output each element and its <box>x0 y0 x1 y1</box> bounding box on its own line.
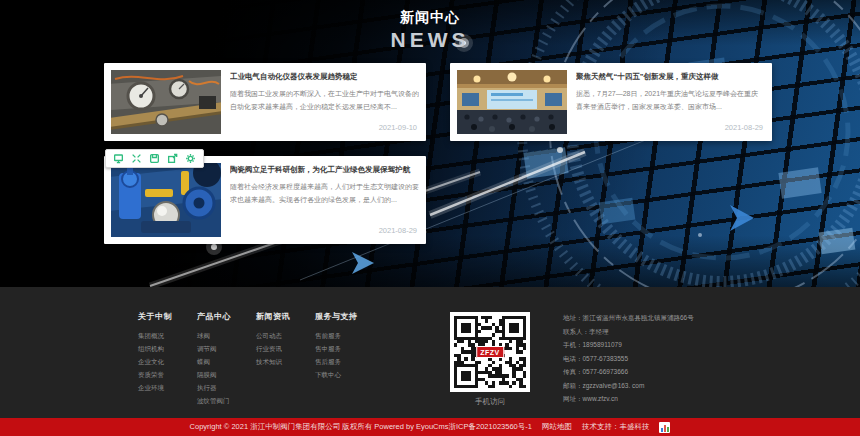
footer-column-heading: 关于中制 <box>138 311 197 322</box>
footer-column-heading: 产品中心 <box>197 311 256 322</box>
footer-column-heading: 新闻资讯 <box>256 311 315 322</box>
gas-forum-conference-photo <box>457 70 567 134</box>
save-icon[interactable] <box>149 153 160 164</box>
footer-column-service: 服务与支持 售前服务 售中服务 售后服务 下载中心 <box>315 311 374 407</box>
footer-column-heading: 服务与支持 <box>315 311 374 322</box>
news-date: 2021-09-10 <box>379 123 417 132</box>
copyright-bar: Copyright © 2021 浙江中制阀门集团有限公司 版权所有 Power… <box>0 418 860 436</box>
footer-nav: 关于中制 集团概况 组织机构 企业文化 资质荣誉 企业环境 产品中心 球阀 调节… <box>138 311 374 407</box>
footer-link[interactable]: 售中服务 <box>315 342 374 355</box>
footer-link[interactable]: 执行器 <box>197 381 256 394</box>
qr-logo: ZFZV <box>476 346 504 358</box>
news-excerpt: 据悉，7月27—28日，2021年重庆油气论坛夏季峰会在重庆喜来登酒店举行，国家… <box>576 87 765 113</box>
footer-link[interactable]: 调节阀 <box>197 342 256 355</box>
contact-line: 邮箱：zgzzvalve@163. com <box>563 379 694 393</box>
footer-link[interactable]: 波纹管阀门 <box>197 394 256 407</box>
news-date: 2021-08-29 <box>725 123 763 132</box>
news-thumbnail[interactable] <box>111 70 221 134</box>
news-thumbnail[interactable] <box>457 70 567 134</box>
contact-line: 传真：0577-66973666 <box>563 365 694 379</box>
news-page: 新闻中心 NEWS <box>0 0 860 436</box>
section-title-cn: 新闻中心 <box>0 9 860 27</box>
news-card[interactable]: 陶瓷阀立足于科研创新，为化工产业绿色发展保驾护航 随着社会经济发展程度越来越高，… <box>104 156 426 244</box>
footer: 关于中制 集团概况 组织机构 企业文化 资质荣誉 企业环境 产品中心 球阀 调节… <box>0 287 860 418</box>
footer-link[interactable]: 集团概况 <box>138 329 197 342</box>
news-excerpt: 随着社会经济发展程度越来越高，人们对于生态文明建设的要求也越来越高。实现各行各业… <box>230 180 419 206</box>
news-card-body: 陶瓷阀立足于科研创新，为化工产业绿色发展保驾护航 随着社会经济发展程度越来越高，… <box>230 163 419 237</box>
qr-code: ZFZV <box>450 312 530 392</box>
news-card[interactable]: 工业电气自动化仪器仪表发展趋势稳定 随着我国工业发展的不断深入，在工业生产中对于… <box>104 63 426 141</box>
contact-line: 网址：www.zfzv.cn <box>563 392 694 406</box>
news-card-body: 聚焦天然气“十四五”创新发展，重庆这样做 据悉，7月27—28日，2021年重庆… <box>576 70 765 134</box>
site-stats-icon[interactable] <box>659 422 670 433</box>
footer-link[interactable]: 资质荣誉 <box>138 368 197 381</box>
tech-support-text: 技术支持：丰盛科技 <box>582 422 650 432</box>
footer-link[interactable]: 售前服务 <box>315 329 374 342</box>
footer-link[interactable]: 球阀 <box>197 329 256 342</box>
image-toolbar[interactable] <box>105 149 204 168</box>
news-thumbnail[interactable] <box>111 163 221 237</box>
footer-link[interactable]: 企业环境 <box>138 381 197 394</box>
contact-line: 联系人：李经理 <box>563 325 694 339</box>
news-date: 2021-08-29 <box>379 226 417 235</box>
footer-link[interactable]: 企业文化 <box>138 355 197 368</box>
footer-column-news: 新闻资讯 公司动态 行业资讯 技术知识 <box>256 311 315 407</box>
contact-line: 地址：浙江省温州市永嘉县瓯北镇展浦路66号 <box>563 311 694 325</box>
footer-column-products: 产品中心 球阀 调节阀 蝶阀 隔膜阀 执行器 波纹管阀门 <box>197 311 256 407</box>
qr-label: 手机访问 <box>450 397 530 407</box>
news-title[interactable]: 陶瓷阀立足于科研创新，为化工产业绿色发展保驾护航 <box>230 165 419 175</box>
blue-ceramic-valves-photo <box>111 163 221 237</box>
sitemap-link[interactable]: 网站地图 <box>542 422 572 432</box>
screen-icon[interactable] <box>113 153 124 164</box>
gear-icon[interactable] <box>185 153 196 164</box>
contact-info: 地址：浙江省温州市永嘉县瓯北镇展浦路66号 联系人：李经理 手机：1895891… <box>563 311 694 406</box>
section-title-en: NEWS <box>0 28 860 52</box>
news-card[interactable]: 聚焦天然气“十四五”创新发展，重庆这样做 据悉，7月27—28日，2021年重庆… <box>450 63 772 141</box>
contact-line: 电话：0577-67383555 <box>563 352 694 366</box>
footer-link[interactable]: 下载中心 <box>315 368 374 381</box>
footer-link[interactable]: 公司动态 <box>256 329 315 342</box>
news-hero-section: 新闻中心 NEWS <box>0 0 860 287</box>
section-header: 新闻中心 NEWS <box>0 9 860 52</box>
industrial-instruments-photo <box>111 70 221 134</box>
footer-link[interactable]: 隔膜阀 <box>197 368 256 381</box>
contact-line: 手机：18958911079 <box>563 338 694 352</box>
export-icon[interactable] <box>167 153 178 164</box>
footer-link[interactable]: 行业资讯 <box>256 342 315 355</box>
footer-link[interactable]: 售后服务 <box>315 355 374 368</box>
copyright-text: Copyright © 2021 浙江中制阀门集团有限公司 版权所有 Power… <box>190 422 532 432</box>
footer-link[interactable]: 技术知识 <box>256 355 315 368</box>
news-card-body: 工业电气自动化仪器仪表发展趋势稳定 随着我国工业发展的不断深入，在工业生产中对于… <box>230 70 419 134</box>
footer-link[interactable]: 蝶阀 <box>197 355 256 368</box>
news-title[interactable]: 聚焦天然气“十四五”创新发展，重庆这样做 <box>576 72 765 82</box>
news-title[interactable]: 工业电气自动化仪器仪表发展趋势稳定 <box>230 72 419 82</box>
footer-link[interactable]: 组织机构 <box>138 342 197 355</box>
expand-icon[interactable] <box>131 153 142 164</box>
footer-column-about: 关于中制 集团概况 组织机构 企业文化 资质荣誉 企业环境 <box>138 311 197 407</box>
news-excerpt: 随着我国工业发展的不断深入，在工业生产中对于电气设备的自动化要求越来越高，企业的… <box>230 87 419 113</box>
